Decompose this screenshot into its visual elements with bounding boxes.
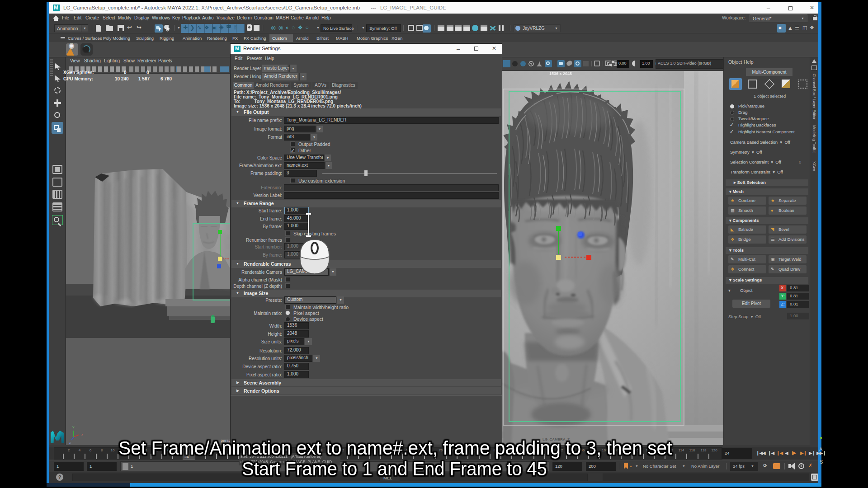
svg-text:Y: Y	[72, 426, 75, 429]
svg-text:z: z	[69, 441, 71, 444]
svg-text:x: x	[81, 433, 83, 436]
